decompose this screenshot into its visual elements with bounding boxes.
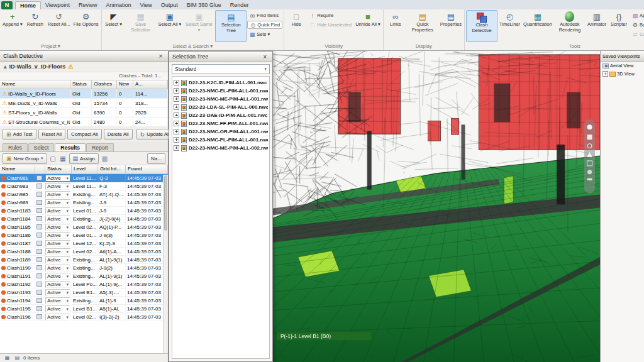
expand-icon[interactable]: +	[174, 104, 179, 110]
3d-viewport-canvas[interactable]: P(-1)-1 Level B1 (B0)	[273, 51, 600, 362]
results-scrollbar[interactable]	[163, 175, 168, 353]
expand-icon[interactable]: +	[174, 88, 179, 94]
ribbon-group-label[interactable]: Select & Search ▾	[102, 43, 284, 50]
ungroup-icon[interactable]: ▦	[59, 155, 67, 162]
ribbon-group-label[interactable]: Tools	[465, 43, 644, 50]
compact-all-button[interactable]: Compact All	[67, 129, 102, 140]
filter-button[interactable]: Na...	[147, 153, 165, 164]
results-column-name[interactable]: Name	[0, 165, 35, 174]
tree-item[interactable]: +D22-23-NMC-EL-PIM-ALL-001.nwc	[174, 87, 268, 95]
close-icon[interactable]: ×	[157, 53, 165, 60]
test-row[interactable]: ⚠ID-Walls_v_ID-FloorsOld132560114...	[0, 89, 168, 99]
select-all-button[interactable]: ▣Select All ▾	[157, 10, 183, 42]
tree-mode-select[interactable]: Standard ▾	[172, 64, 270, 74]
saved-viewpoint-item[interactable]: Aerial View	[601, 62, 644, 70]
results-column-status[interactable]: Status	[45, 165, 72, 174]
reset-all-button[interactable]: ↺Reset All...	[47, 10, 72, 42]
links-button[interactable]: ∞Links	[385, 10, 406, 42]
selection-tree-button[interactable]: ▤Selection Tree	[215, 10, 247, 42]
tree-item[interactable]: +D22-23-NMC-PL-PIM-ALL-001.nwc	[174, 136, 268, 144]
ribbon-tab-viewpoint[interactable]: Viewpoint	[41, 1, 74, 9]
results-column-found[interactable]: Found	[126, 165, 168, 174]
new-group-button[interactable]: ▣New Group▾	[3, 153, 47, 164]
batch-utility-button[interactable]: ⚙Batch Utility	[630, 21, 644, 29]
ribbon-group-label[interactable]: Display	[384, 43, 464, 50]
clash-result-row[interactable]: Clash1190Active▾Existing...J-9(2)14:45:3…	[0, 264, 168, 272]
ribbon-tab-review[interactable]: Review	[74, 1, 102, 9]
clash-result-row[interactable]: Clash983Active▾Level 11...F-314:45:39 07…	[0, 182, 168, 190]
clash-result-row[interactable]: Clash1189Active▾Existing...AL(1)-9(1)14:…	[0, 256, 168, 264]
clash-result-row[interactable]: Clash1194Active▾Existing...AL(1)-914:45:…	[0, 297, 168, 305]
clash-result-row[interactable]: Clash985Active▾Existing...AT(-4)-Q...14:…	[0, 190, 168, 199]
status-dropdown[interactable]: Active▾	[45, 281, 70, 288]
ribbon-tab-render[interactable]: Render	[226, 1, 253, 9]
expand-icon[interactable]: +	[174, 80, 179, 85]
find-items-button[interactable]: ◎Find Items	[247, 11, 282, 19]
append-button[interactable]: +Append ▾	[1, 10, 24, 42]
ribbon-tab-bim-360-glue[interactable]: BIM 360 Glue	[182, 1, 226, 9]
navigation-bar[interactable]	[584, 119, 595, 193]
tree-item[interactable]: +D22-23-NMC-ME-PIM-ALL-002.nwc	[174, 144, 268, 152]
status-dropdown[interactable]: Active▾	[45, 289, 70, 296]
sets-button[interactable]: ▦Sets ▾	[247, 30, 282, 38]
clash-result-row[interactable]: Clash1193Active▾Level B1...A5(-3)-...14:…	[0, 288, 168, 297]
expand-icon[interactable]: +	[174, 96, 179, 102]
ribbon-tab-home[interactable]: Home	[15, 1, 41, 9]
tree-item[interactable]: +D22-23-NMC-OR-PIM-ALL-001.nwc	[174, 128, 268, 136]
quick-properties-button[interactable]: ▤Quick Properties	[407, 10, 438, 42]
expand-icon[interactable]: +	[602, 71, 608, 77]
status-dropdown[interactable]: Active▾	[45, 256, 70, 263]
saved-viewpoint-item[interactable]: +3D View	[601, 70, 644, 78]
tree-item[interactable]: +D22-23-DAE-ID-PIM-ALL-001.nwc	[174, 111, 268, 119]
tree-item[interactable]: +D22-23-K2C-ID-PIM-ALL-001.nwc	[174, 79, 268, 87]
quantification-button[interactable]: ▦Quantification	[522, 10, 553, 42]
test-row[interactable]: ⚠ST-Floors_v_ID-WallsOld639002525	[0, 108, 168, 118]
clash-result-row[interactable]: Clash989Active▾Existing...J-914:45:39 07…	[0, 199, 168, 207]
test-section-header[interactable]: ▴ ID-Walls_v_ID-Floors ⚠	[0, 62, 168, 72]
status-dropdown[interactable]: Active▾	[45, 314, 70, 321]
tests-column-status[interactable]: Status	[70, 80, 92, 89]
grid-view-icon[interactable]: ▦	[3, 355, 11, 361]
clash-result-row[interactable]: Clash1186Active▾Level 01...J-9(3)14:45:3…	[0, 231, 168, 239]
group-items-icon[interactable]: ▢	[49, 155, 57, 162]
status-dropdown[interactable]: Active▾	[45, 191, 70, 198]
tab-rules[interactable]: Rules	[3, 143, 28, 151]
close-icon[interactable]: ×	[261, 53, 269, 60]
compare-button[interactable]: ⇄Compare	[630, 30, 644, 38]
clash-result-row[interactable]: Clash1192Active▾Level Po...AL(1)-9(...14…	[0, 280, 168, 288]
scripter-button[interactable]: {}Scripter	[608, 10, 630, 42]
test-row[interactable]: ⚠ME-Ducts_v_ID-WallsOld157340318...	[0, 99, 168, 108]
status-dropdown[interactable]: Active▾	[45, 305, 70, 312]
clash-result-row[interactable]: Clash981Active▾Level 11...Q-314:45:39 07…	[0, 174, 168, 182]
expand-icon[interactable]: +	[174, 112, 179, 118]
tree-item[interactable]: +D22-23-LDA-SL-PIM-ALL-000.nwc	[174, 103, 268, 111]
add-test-button[interactable]: ⊞Add Test	[3, 129, 36, 140]
clash-result-row[interactable]: Clash1185Active▾Level 02...AQ(1)-P...14:…	[0, 223, 168, 231]
status-dropdown[interactable]: Active▾	[45, 265, 70, 272]
tests-column-name[interactable]: Name	[0, 80, 70, 89]
3d-viewport[interactable]: P(-1)-1 Level B1 (B0)	[273, 51, 601, 362]
expand-icon[interactable]: +	[174, 137, 179, 143]
select-button[interactable]: ◤Select ▾	[103, 10, 125, 42]
status-dropdown[interactable]: Active▾	[45, 199, 70, 206]
unhide-all-button[interactable]: ■Unhide All ▾	[354, 10, 382, 42]
hide-button[interactable]: □Hide	[286, 10, 307, 42]
results-column-level[interactable]: Level	[72, 165, 98, 174]
clash-result-row[interactable]: Clash1191Active▾Existing...AL(1)-9(1)14:…	[0, 272, 168, 280]
ribbon-group-label[interactable]: Project ▾	[0, 43, 101, 50]
scrollbar-thumb[interactable]	[164, 175, 167, 231]
status-dropdown[interactable]: Active▾	[45, 232, 70, 239]
app-logo-icon[interactable]: N	[1, 1, 13, 9]
clash-result-row[interactable]: Clash1195Active▾Level B1...A5(1)-AL14:45…	[0, 305, 168, 313]
animator-button[interactable]: ▥Animator	[586, 10, 608, 42]
clash-result-row[interactable]: Clash1188Active▾Level 02...A6(1)-A...14:…	[0, 248, 168, 256]
list-view-icon[interactable]: ▤	[13, 355, 21, 361]
status-dropdown[interactable]: Active▾	[45, 273, 70, 280]
collapse-icon[interactable]: ▴	[4, 63, 7, 70]
tests-column-clashes[interactable]: Clashes	[92, 80, 117, 89]
tests-column-new[interactable]: New	[117, 80, 133, 89]
select-same-button[interactable]: ▣Select Same ▾	[183, 10, 214, 42]
tree-item[interactable]: +D22-23-NMC-ME-PIM-ALL-001.nwc	[174, 95, 268, 103]
results-column-grid-int[interactable]: Grid Int...	[98, 165, 126, 174]
refresh-button[interactable]: ↻Refresh	[25, 10, 46, 42]
